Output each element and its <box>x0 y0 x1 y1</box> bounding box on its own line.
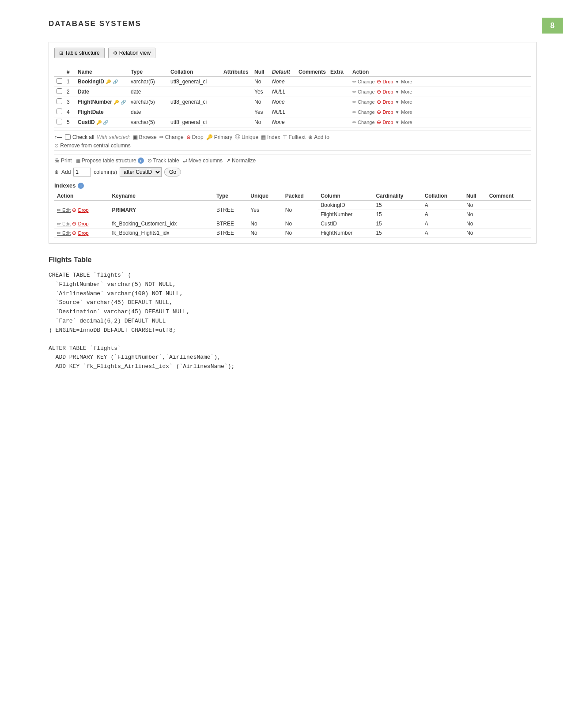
track-icon: ⊙ <box>147 158 152 164</box>
page-badge: 8 <box>542 18 563 34</box>
indexes-info-icon: i <box>78 183 84 189</box>
row-checkbox[interactable] <box>57 78 62 84</box>
more-dropdown-arrow[interactable]: ▼ <box>395 110 399 115</box>
with-selected-label: With selected: <box>97 134 130 140</box>
table-row: 5 CustID 🔑 🔗 varchar(5) utf8_general_ci … <box>54 117 531 128</box>
tab-relation-view[interactable]: ⚙ Relation view <box>108 48 155 58</box>
move-icon: ⇄ <box>183 158 187 164</box>
check-all-checkbox[interactable] <box>65 134 71 140</box>
pencil-icon: ✏ <box>159 134 164 140</box>
more-link[interactable]: More <box>401 89 412 94</box>
index-row: ✏ Edit ⊖ Drop fk_Booking_Flights1_idx BT… <box>54 229 531 238</box>
primary-btn[interactable]: 🔑 Primary <box>206 134 232 140</box>
drop-link[interactable]: Drop <box>383 120 393 125</box>
index-edit-link[interactable]: ✏ Edit <box>57 207 71 213</box>
flights-title: Flights Table <box>49 256 537 264</box>
browse-icon: ▣ <box>133 134 138 140</box>
drop-circle-icon: ⊖ <box>377 79 381 85</box>
drop-circle-icon: ⊖ <box>377 99 381 105</box>
table-row: 4 FlightDate date Yes NULL ✏ Change ⊖ Dr… <box>54 107 531 117</box>
change-link[interactable]: ✏ Change <box>352 79 375 85</box>
more-dropdown-arrow[interactable]: ▼ <box>395 79 399 84</box>
add-icon: ⊕ <box>54 169 59 175</box>
remove-central-label: Remove from central columns <box>60 143 130 149</box>
index-drop-link[interactable]: Drop <box>78 207 89 213</box>
go-btn[interactable]: Go <box>164 168 181 176</box>
print-icon: 🖶 <box>54 158 60 164</box>
more-dropdown-arrow[interactable]: ▼ <box>395 120 399 125</box>
table-row: 3 FlightNumber 🔑 🔗 varchar(5) utf8_gener… <box>54 97 531 107</box>
table-row: 2 Date date Yes NULL ✏ Change ⊖ Drop ▼ M… <box>54 87 531 97</box>
flights-section: Flights Table CREATE TABLE `flights` ( `… <box>49 256 537 372</box>
index-edit-link[interactable]: ✏ Edit <box>57 230 71 236</box>
more-dropdown-arrow[interactable]: ▼ <box>395 90 399 94</box>
add-columns-row: ⊕ Add column(s) after CustID Go <box>54 167 531 177</box>
create-sql-block: CREATE TABLE `flights` ( `FlightNumber` … <box>49 271 537 335</box>
unique-btn[interactable]: ⓤ Unique <box>235 133 258 141</box>
after-column-select[interactable]: after CustID <box>120 167 162 177</box>
more-link[interactable]: More <box>401 99 412 105</box>
columns-label: column(s) <box>94 169 117 175</box>
indexes-section: Indexes i Action Keyname Type Unique Pac… <box>54 182 531 238</box>
drop-link[interactable]: Drop <box>383 99 393 105</box>
propose-info-icon: i <box>138 158 144 164</box>
table-structure-icon: ⊞ <box>59 50 63 56</box>
change-link[interactable]: ✏ Change <box>352 89 375 95</box>
index-edit-link[interactable]: ✏ Edit <box>57 221 71 226</box>
change-link[interactable]: ✏ Change <box>352 99 375 105</box>
add-count-input[interactable] <box>73 168 91 176</box>
normalize-icon: ↗ <box>226 158 230 164</box>
change-link[interactable]: ✏ Change <box>352 120 375 125</box>
index-drop-link[interactable]: Drop <box>78 221 89 226</box>
more-dropdown-arrow[interactable]: ▼ <box>395 100 399 105</box>
drop-link[interactable]: Drop <box>383 79 393 84</box>
remove-central-icon: ⊙ <box>54 143 59 149</box>
sort-icon: ↑— <box>54 134 62 140</box>
row-checkbox[interactable] <box>57 109 62 114</box>
index-icon: ▦ <box>261 134 266 140</box>
page-title: DATABASE SYSTEMS <box>49 19 141 28</box>
row-checkbox[interactable] <box>57 98 62 104</box>
more-link[interactable]: More <box>401 120 412 125</box>
add-to-icon: ⊕ <box>308 134 313 140</box>
change-btn[interactable]: ✏ Change <box>159 134 184 140</box>
fulltext-icon: ⊤ <box>283 134 287 140</box>
add-label: Add <box>61 169 71 175</box>
drop-btn[interactable]: ⊖ Drop <box>186 134 204 140</box>
table-row: 1 BookingID 🔑 🔗 varchar(5) utf8_general_… <box>54 77 531 87</box>
add-to-btn[interactable]: ⊕ Add to <box>308 134 329 140</box>
index-btn[interactable]: ▦ Index <box>261 134 280 140</box>
track-table-btn[interactable]: ⊙ Track table <box>147 158 179 164</box>
indexes-table: Action Keyname Type Unique Packed Column… <box>54 191 531 238</box>
phpmyadmin-panel: ⊞ Table structure ⚙ Relation view # Name… <box>49 42 537 244</box>
indexes-title: Indexes <box>54 182 76 189</box>
drop-link[interactable]: Drop <box>383 109 393 115</box>
normalize-btn[interactable]: ↗ Normalize <box>226 158 256 164</box>
browse-btn[interactable]: ▣ Browse <box>133 134 157 140</box>
row-checkbox[interactable] <box>57 119 62 124</box>
drop-circle-icon: ⊖ <box>377 109 381 115</box>
primary-icon: 🔑 <box>206 134 213 140</box>
remove-central-row: ⊙ Remove from central columns <box>54 143 531 149</box>
index-drop-link[interactable]: Drop <box>78 230 89 236</box>
tab-table-structure[interactable]: ⊞ Table structure <box>54 48 105 58</box>
drop-link[interactable]: Drop <box>383 89 393 94</box>
more-link[interactable]: More <box>401 79 412 84</box>
check-all-area: Check all <box>65 134 94 140</box>
relation-view-icon: ⚙ <box>113 50 117 56</box>
row-checkbox[interactable] <box>57 88 62 94</box>
propose-structure-btn[interactable]: ▦ Propose table structure i <box>76 158 144 164</box>
index-row: ✏ Edit ⊖ Drop fk_Booking_Customer1_idx B… <box>54 219 531 229</box>
index-row: ✏ Edit ⊖ Drop PRIMARY BTREE Yes No Booki… <box>54 201 531 210</box>
indexes-header: Indexes i <box>54 182 531 189</box>
bottom-actions-row: ↑— Check all With selected: ▣ Browse ✏ C… <box>54 130 531 141</box>
drop-circle-icon: ⊖ <box>377 119 381 125</box>
tabs-row: ⊞ Table structure ⚙ Relation view <box>54 48 531 62</box>
propose-icon: ▦ <box>76 158 80 164</box>
change-link[interactable]: ✏ Change <box>352 109 375 115</box>
alter-sql-block: ALTER TABLE `flights` ADD PRIMARY KEY (`… <box>49 344 537 372</box>
fulltext-btn[interactable]: ⊤ Fulltext <box>283 134 306 140</box>
move-columns-btn[interactable]: ⇄ Move columns <box>183 158 223 164</box>
print-btn[interactable]: 🖶 Print <box>54 158 72 164</box>
more-link[interactable]: More <box>401 109 412 115</box>
